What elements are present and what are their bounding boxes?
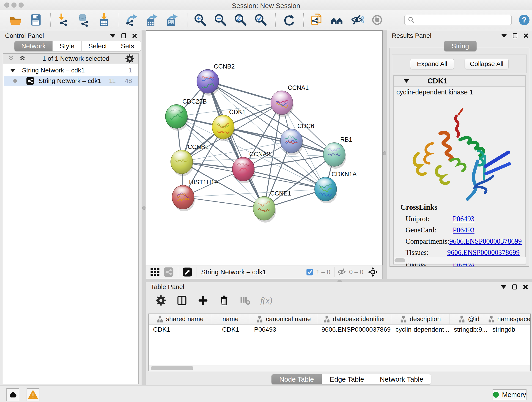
node-CCNB1[interactable]: CCNB1 bbox=[171, 143, 209, 176]
collection-expand-icon[interactable] bbox=[10, 69, 16, 72]
node-CDKN1A[interactable]: CDKN1A bbox=[315, 171, 357, 203]
tab-sets[interactable]: Sets bbox=[114, 41, 141, 51]
create-column-icon[interactable] bbox=[197, 294, 209, 306]
export-table-icon[interactable] bbox=[145, 13, 159, 27]
import-table-file-icon[interactable] bbox=[97, 13, 111, 27]
open-session-icon[interactable] bbox=[9, 13, 22, 27]
column-header-namespace[interactable]: namespace bbox=[488, 314, 531, 324]
show-all-icon[interactable] bbox=[370, 13, 384, 27]
table-options-gear-icon[interactable] bbox=[155, 294, 167, 306]
node-CCNE1[interactable]: CCNE1 bbox=[253, 190, 291, 223]
birdseye-view-icon[interactable] bbox=[150, 267, 160, 277]
redraw-graph-icon[interactable] bbox=[282, 13, 296, 27]
column-header-shared-name[interactable]: shared name bbox=[149, 314, 211, 324]
node-table[interactable]: shared namenamecanonical namedatabase id… bbox=[148, 313, 531, 371]
table-panel-float-icon[interactable] bbox=[512, 284, 517, 289]
vertical-splitter-handle[interactable] bbox=[383, 151, 386, 155]
network-collection-row[interactable]: String Network – cdk1 1 bbox=[4, 65, 138, 76]
cell-canonical-name[interactable]: P06493 bbox=[250, 325, 317, 335]
node-RB1[interactable]: RB1 bbox=[323, 136, 352, 169]
results-panel-float-icon[interactable] bbox=[513, 33, 517, 38]
zoom-in-icon[interactable] bbox=[193, 13, 207, 27]
zoom-out-icon[interactable] bbox=[214, 13, 227, 27]
tab-select[interactable]: Select bbox=[82, 41, 114, 51]
column-header-database-identifier[interactable]: database identifier bbox=[317, 314, 391, 324]
detach-view-icon[interactable] bbox=[182, 267, 192, 277]
tab-node-table[interactable]: Node Table bbox=[272, 374, 322, 384]
selected-nodes-checkbox-icon[interactable] bbox=[306, 268, 314, 276]
tab-string[interactable]: String bbox=[444, 41, 476, 51]
import-network-database-icon[interactable] bbox=[77, 13, 91, 27]
network-row[interactable]: String Network – cdk1 11 48 bbox=[4, 76, 138, 86]
edge-HIST1H1A-CCNE1[interactable] bbox=[183, 197, 264, 208]
string-network-graph[interactable]: CCNB2CCNA1CDC25BCDK1CDC6RB1CCNB1CCNA2CDK… bbox=[146, 31, 382, 265]
table-panel-close-icon[interactable] bbox=[523, 284, 528, 289]
control-panel-close-icon[interactable] bbox=[132, 33, 137, 38]
node-details-header[interactable]: CDK1 bbox=[394, 76, 525, 87]
search-field[interactable] bbox=[404, 15, 512, 25]
save-session-icon[interactable] bbox=[29, 13, 43, 27]
open-browser-icon[interactable] bbox=[330, 13, 344, 27]
column-header-description[interactable]: description bbox=[391, 314, 450, 324]
share-session-icon[interactable] bbox=[310, 13, 323, 27]
control-panel-menu-icon[interactable] bbox=[110, 34, 115, 38]
zoom-selected-icon[interactable] bbox=[254, 13, 268, 27]
hide-selected-icon[interactable] bbox=[350, 13, 364, 27]
column-header-canonical-name[interactable]: canonical name bbox=[250, 314, 317, 324]
results-panel-menu-icon[interactable] bbox=[501, 34, 507, 38]
cloud-status-button[interactable] bbox=[6, 388, 19, 401]
memory-button[interactable]: Memory bbox=[493, 389, 526, 400]
collapse-all-networks-icon[interactable] bbox=[6, 55, 16, 63]
results-horizontal-scrollbar[interactable] bbox=[394, 257, 526, 264]
edge-CDK1-RB1[interactable] bbox=[223, 127, 334, 154]
expand-all-networks-icon[interactable] bbox=[18, 55, 27, 63]
node-CDC25B[interactable]: CDC25B bbox=[165, 98, 207, 131]
node-CCNA1[interactable]: CCNA1 bbox=[271, 84, 309, 117]
table-row[interactable]: CDK1CDK1P064939606.ENSP00000378699cyclin… bbox=[149, 325, 530, 335]
cell-namespace[interactable]: stringdb bbox=[488, 325, 531, 335]
cell-name[interactable]: CDK1 bbox=[211, 325, 250, 335]
memory-status-dot bbox=[493, 392, 499, 398]
search-input[interactable] bbox=[415, 17, 511, 24]
cell-description[interactable]: cyclin-dependent ... bbox=[391, 325, 450, 335]
column-header-@id[interactable]: @id bbox=[450, 314, 488, 324]
tab-style[interactable]: Style bbox=[53, 41, 81, 51]
table-panel-menu-icon[interactable] bbox=[501, 285, 506, 289]
node-HIST1H1A[interactable]: HIST1H1A bbox=[172, 179, 219, 211]
delete-columns-icon[interactable] bbox=[218, 294, 230, 306]
crosslink-label: Tissues: bbox=[400, 249, 447, 257]
cell-shared-name[interactable]: CDK1 bbox=[149, 325, 211, 335]
zoom-fit-icon[interactable] bbox=[234, 13, 247, 27]
warnings-button[interactable] bbox=[27, 388, 39, 401]
node-CCNB2[interactable]: CCNB2 bbox=[197, 63, 235, 96]
tab-edge-table[interactable]: Edge Table bbox=[322, 374, 372, 384]
node-CDC6[interactable]: CDC6 bbox=[280, 123, 314, 155]
crosslink-link[interactable]: P06493 bbox=[453, 226, 475, 234]
column-header-name[interactable]: name bbox=[211, 314, 250, 324]
results-panel-close-icon[interactable] bbox=[523, 33, 528, 38]
help-icon[interactable]: ? bbox=[518, 14, 530, 26]
edge-CCNB2-CCNE1[interactable] bbox=[208, 81, 264, 208]
crosslink-link[interactable]: 9606.ENSP00000378699 bbox=[449, 237, 522, 245]
node-CDK1[interactable]: CDK1 bbox=[212, 109, 246, 141]
export-image-icon[interactable] bbox=[165, 13, 179, 27]
cell-@id[interactable]: stringdb:9... bbox=[450, 325, 488, 335]
crosslink-link[interactable]: P06493 bbox=[453, 215, 475, 223]
network-options-gear-icon[interactable] bbox=[125, 54, 135, 64]
network-overview-icon[interactable] bbox=[164, 267, 174, 277]
tab-network-table[interactable]: Network Table bbox=[372, 374, 431, 384]
network-view-canvas[interactable]: CCNB2CCNA1CDC25BCDK1CDC6RB1CCNB1CCNA2CDK… bbox=[146, 30, 383, 265]
collapse-all-button[interactable]: Collapse All bbox=[465, 59, 509, 69]
cell-database-identifier[interactable]: 9606.ENSP00000378699 bbox=[317, 325, 391, 335]
crosslink-link[interactable]: 9606.ENSP00000378699 bbox=[447, 249, 520, 257]
expand-all-button[interactable]: Expand All bbox=[410, 59, 454, 69]
control-panel-float-icon[interactable] bbox=[121, 33, 126, 38]
node-details-collapse-icon[interactable] bbox=[404, 79, 409, 83]
tab-network[interactable]: Network bbox=[14, 41, 53, 51]
fit-content-icon[interactable] bbox=[367, 267, 378, 277]
import-network-file-icon[interactable] bbox=[57, 13, 70, 27]
show-columns-icon[interactable] bbox=[176, 294, 188, 306]
table-horizontal-scrollbar[interactable] bbox=[149, 365, 530, 371]
export-network-icon[interactable] bbox=[125, 13, 139, 27]
vertical-splitter-handle[interactable] bbox=[142, 206, 146, 210]
